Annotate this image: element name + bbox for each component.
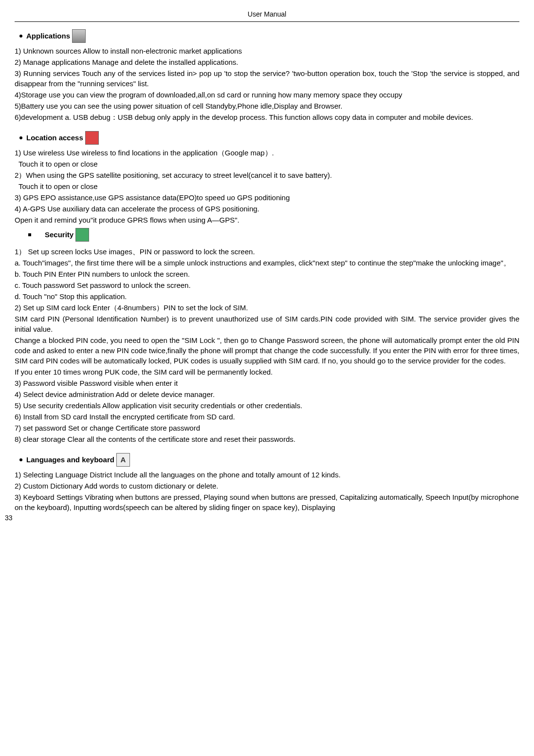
security-item-1d: d. Touch "no" Stop this application. [15, 291, 519, 302]
bullet-icon [19, 35, 22, 38]
languages-item-2: 2) Custom Dictionary Add words to custom… [15, 481, 519, 491]
bullet-icon [19, 458, 22, 461]
security-item-8: 8) clear storage Clear all the contents … [15, 434, 519, 444]
bullet-icon [19, 136, 22, 139]
security-item-2p1: SIM card PIN (Personal Identification Nu… [15, 314, 519, 334]
security-item-2p2: Change a blocked PIN code, you need to o… [15, 335, 519, 366]
applications-title: Applications [26, 31, 70, 41]
location-touch-2: Touch it to open or close [18, 181, 519, 191]
page-header: User Manual [15, 10, 519, 22]
security-item-1b: b. Touch PIN Enter PIN numbers to unlock… [15, 269, 519, 279]
languages-icon: A [116, 453, 130, 467]
location-heading: Location access [15, 131, 519, 145]
location-icon [85, 131, 99, 145]
security-title: Security [45, 229, 74, 240]
security-item-5: 5) Use security credentials Allow applic… [15, 400, 519, 411]
location-touch-1: Touch it to open or close [18, 159, 519, 169]
applications-item-5: 5)Battery use you can see the using powe… [15, 101, 519, 111]
security-item-2p3: If you enter 10 times wrong PUK code, th… [15, 367, 519, 377]
location-title: Location access [26, 132, 83, 143]
languages-heading: Languages and keyboard A [15, 453, 519, 467]
languages-title: Languages and keyboard [26, 454, 114, 465]
applications-heading: Applications [15, 29, 519, 43]
applications-item-3: 3) Running services Touch any of the ser… [15, 68, 519, 89]
security-item-6: 6) Install from SD card Install the encr… [15, 412, 519, 422]
applications-item-4: 4)Storage use you can view the program o… [15, 90, 519, 100]
location-item-2: 2）When using the GPS satellite positioni… [15, 170, 519, 180]
applications-item-6: 6)development a. USB debug：USB debug onl… [15, 112, 519, 122]
security-item-7: 7) set password Set or change Certificat… [15, 423, 519, 433]
location-item-4: 4) A-GPS Use auxiliary data can accelera… [15, 204, 519, 214]
location-item-4b: Open it and remind you"it produce GPRS f… [15, 215, 519, 225]
applications-icon [72, 29, 86, 43]
applications-item-1: 1) Unknown sources Allow to install non-… [15, 46, 519, 56]
applications-item-2: 2) Manage applications Manage and delete… [15, 57, 519, 67]
security-item-1c: c. Touch password Set password to unlock… [15, 280, 519, 290]
security-heading: Security [15, 228, 519, 242]
languages-item-1: 1) Selecting Language District Include a… [15, 470, 519, 480]
bullet-icon [28, 233, 31, 236]
location-item-1: 1) Use wireless Use wireless to find loc… [15, 148, 519, 158]
location-item-3: 3) GPS EPO assistance,use GPS assistance… [15, 192, 519, 203]
languages-item-3: 3) Keyboard Settings Vibrating when butt… [15, 492, 519, 512]
security-item-2: 2) Set up SIM card lock Enter（4-8numbers… [15, 302, 519, 313]
security-item-4: 4) Select device administration Add or d… [15, 389, 519, 399]
security-icon [75, 228, 89, 242]
security-item-1a: a. Touch"images", the first time there w… [15, 258, 519, 268]
page-number: 33 [5, 513, 13, 523]
security-item-3: 3) Password visible Password visible whe… [15, 378, 519, 388]
security-item-1: 1） Set up screen locks Use images、PIN or… [15, 246, 519, 257]
